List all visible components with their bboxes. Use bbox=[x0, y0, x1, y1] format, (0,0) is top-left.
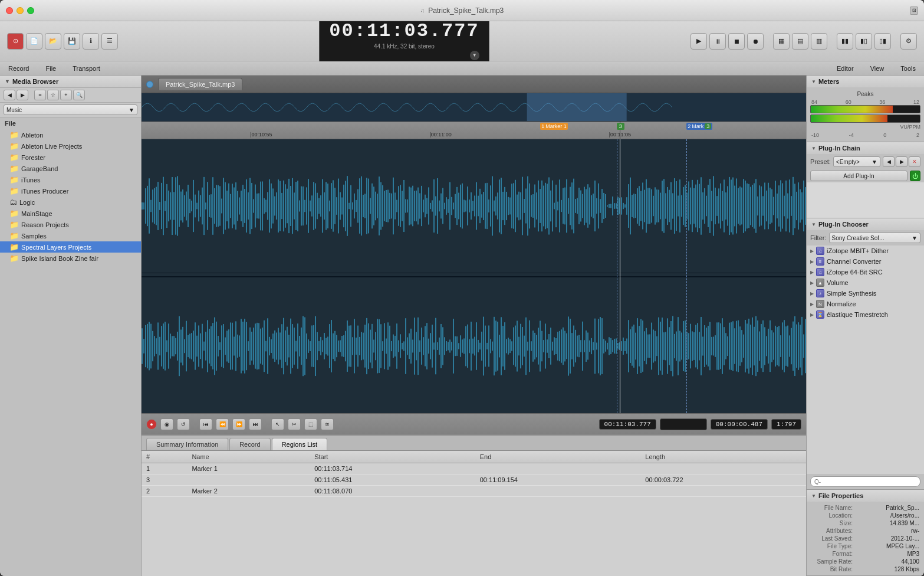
expand-button[interactable]: ▼ bbox=[470, 51, 479, 60]
info-button[interactable]: ℹ bbox=[83, 33, 99, 50]
footer-record2-btn[interactable]: ◉ bbox=[160, 418, 173, 430]
menu-file[interactable]: File bbox=[42, 64, 60, 73]
table-row[interactable]: 3 00:11:05.431 00:11:09.154 00:00:03.722 bbox=[142, 474, 806, 486]
sidebar-item-label: Reason Projects bbox=[21, 221, 69, 228]
meters-header: ▼ Meters bbox=[807, 76, 924, 87]
list-view-button[interactable]: ≡ bbox=[34, 90, 46, 100]
add-plugin-button[interactable]: Add Plug-In bbox=[810, 171, 907, 181]
plugin-chooser-title: Plug-In Chooser bbox=[818, 221, 869, 228]
footer-tool2-btn[interactable]: ⬚ bbox=[304, 418, 317, 430]
prop-lastsaved: Last Saved: 2012-10-... bbox=[811, 535, 919, 542]
tab-record[interactable]: Record bbox=[229, 438, 270, 450]
plugin-item-normalize[interactable]: ▶ N Normalize bbox=[807, 299, 924, 309]
search-sidebar-button[interactable]: 🔍 bbox=[73, 90, 85, 100]
sidebar-item-forester[interactable]: 📁 Forester bbox=[0, 152, 141, 163]
table-row[interactable]: 1 Marker 1 00:11:03.714 bbox=[142, 463, 806, 474]
sidebar-item-spectral[interactable]: 📁 Spectral Layers Projects bbox=[0, 241, 141, 253]
footer-tool3-btn[interactable]: ≋ bbox=[321, 418, 334, 430]
sidebar-item-ableton[interactable]: 📁 Ableton bbox=[0, 129, 141, 140]
nav-forward-button[interactable]: ▶ bbox=[17, 90, 28, 100]
menu-view[interactable]: View bbox=[867, 64, 888, 73]
sidebar-item-itunes-producer[interactable]: 📁 iTunes Producer bbox=[0, 185, 141, 197]
record-button[interactable]: ⊙ bbox=[7, 33, 24, 50]
new-button[interactable]: 📄 bbox=[26, 33, 42, 50]
plugin-item-volume[interactable]: ▶ ▲ Volume bbox=[807, 277, 924, 288]
view-btn2[interactable]: ▤ bbox=[792, 33, 808, 50]
music-selector[interactable]: Music ▼ bbox=[4, 104, 137, 115]
sidebar-item-itunes[interactable]: 📁 iTunes bbox=[0, 174, 141, 185]
prop-size-value: 14.839 M... bbox=[890, 520, 919, 526]
close-button[interactable] bbox=[6, 7, 13, 14]
sidebar-item-samples[interactable]: 📁 Samples bbox=[0, 230, 141, 241]
sidebar-item-ableton-live[interactable]: 📁 Ableton Live Projects bbox=[0, 140, 141, 152]
time-counter: 00:11:03.777 bbox=[329, 20, 479, 42]
play-button[interactable]: ▶ bbox=[690, 33, 707, 50]
view-btn3[interactable]: ▥ bbox=[811, 33, 827, 50]
minimize-button[interactable] bbox=[17, 7, 24, 14]
peaks-label: Peaks bbox=[810, 91, 920, 97]
footer-cursor-btn[interactable]: ↖ bbox=[271, 418, 284, 430]
nav-back-button[interactable]: ◀ bbox=[4, 90, 15, 100]
save-button[interactable]: 💾 bbox=[64, 33, 80, 50]
preset-next-btn[interactable]: ▶ bbox=[896, 156, 907, 167]
waveform-overview[interactable] bbox=[142, 93, 806, 122]
folder-icon: 📁 bbox=[9, 209, 19, 218]
sidebar-item-logic[interactable]: 🗂 Logic bbox=[0, 197, 141, 208]
footer-record-btn[interactable]: ● bbox=[146, 419, 157, 430]
maximize-button[interactable] bbox=[27, 7, 34, 14]
footer-tool1-btn[interactable]: ✂ bbox=[288, 418, 301, 430]
prop-location-label: Location: bbox=[811, 512, 853, 519]
sidebar-item-spike[interactable]: 📁 Spike Island Book Zine fair bbox=[0, 253, 141, 264]
col-header-length: Length bbox=[640, 451, 806, 463]
filter-select[interactable]: Sony Creative Sof... ▼ bbox=[829, 233, 921, 243]
open-button[interactable]: 📂 bbox=[45, 33, 61, 50]
preset-select[interactable]: <Empty> ▼ bbox=[833, 156, 880, 167]
stop-button[interactable]: ⏹ bbox=[728, 33, 745, 50]
play-pause-button[interactable]: ⏸ bbox=[709, 33, 726, 50]
table-row[interactable]: 2 Marker 2 00:11:08.070 bbox=[142, 486, 806, 497]
menu-transport[interactable]: Transport bbox=[69, 64, 104, 73]
tab-summary[interactable]: Summary Information bbox=[146, 438, 228, 450]
preset-close-btn[interactable]: ✕ bbox=[909, 156, 920, 167]
footer-fforward-btn[interactable]: ⏭ bbox=[249, 418, 262, 430]
record-transport-button[interactable]: ⏺ bbox=[747, 33, 764, 50]
sidebar-item-mainstage[interactable]: 📁 MainStage bbox=[0, 208, 141, 219]
plugin-icon-elastique: ⌛ bbox=[816, 310, 824, 319]
waveform-area[interactable] bbox=[142, 139, 806, 413]
search-input[interactable] bbox=[810, 476, 920, 487]
bottom-panel: Summary Information Record Regions List … bbox=[142, 434, 806, 576]
transport-bar: ⊙ 📄 📂 💾 ℹ ☰ 00:11:03.777 44.1 kHz, 32 bi… bbox=[0, 21, 924, 61]
panel-btn3[interactable]: ▯▮ bbox=[874, 33, 891, 50]
add-bookmark-button[interactable]: + bbox=[60, 90, 72, 100]
panel-btn1[interactable]: ▮▮ bbox=[837, 33, 853, 50]
extra-button[interactable]: ☰ bbox=[101, 33, 118, 50]
plugin-power-button[interactable]: ⏻ bbox=[910, 171, 920, 181]
sidebar-item-garageband[interactable]: 📁 GarageBand bbox=[0, 163, 141, 174]
tab-regions[interactable]: Regions List bbox=[272, 438, 328, 450]
sidebar-item-reason[interactable]: 📁 Reason Projects bbox=[0, 219, 141, 230]
plugin-item-channel[interactable]: ▶ ≡ Channel Converter bbox=[807, 256, 924, 267]
footer-loop-btn[interactable]: ↺ bbox=[177, 418, 190, 430]
plugin-item-synthesis[interactable]: ▶ ♪ Simple Synthesis bbox=[807, 288, 924, 299]
plugin-item-izotope-src[interactable]: ▶ ♫ iZotope 64-Bit SRC bbox=[807, 267, 924, 277]
track-indicator bbox=[146, 81, 153, 88]
plugin-label-izotope-mbit: iZotope MBIT+ Dither bbox=[827, 247, 889, 254]
footer-rewind-btn[interactable]: ⏪ bbox=[216, 418, 229, 430]
menu-record[interactable]: Record bbox=[5, 64, 32, 73]
main-playhead-line bbox=[620, 139, 620, 413]
file-properties-header: ▼ File Properties bbox=[807, 490, 924, 502]
menu-tools[interactable]: Tools bbox=[897, 64, 919, 73]
resize-button[interactable]: ⊡ bbox=[910, 6, 918, 15]
plugin-item-izotope-mbit[interactable]: ▶ ♫ iZotope MBIT+ Dither bbox=[807, 246, 924, 256]
view-btn1[interactable]: ▦ bbox=[773, 33, 790, 50]
preset-prev-btn[interactable]: ◀ bbox=[883, 156, 895, 167]
menu-editor[interactable]: Editor bbox=[833, 64, 857, 73]
transport-footer: ● ◉ ↺ ⏮ ⏪ ⏩ ⏭ ↖ ✂ ⬚ ≋ 00:11:03.777 00:00… bbox=[142, 413, 806, 434]
panel-btn2[interactable]: ▮▯ bbox=[856, 33, 872, 50]
settings-button[interactable]: ⚙ bbox=[900, 33, 917, 50]
footer-start-btn[interactable]: ⏮ bbox=[199, 418, 212, 430]
footer-play-btn[interactable]: ⏩ bbox=[232, 418, 245, 430]
plugin-item-elastique[interactable]: ▶ ⌛ élastique Timestretch bbox=[807, 309, 924, 320]
bookmark-button[interactable]: ☆ bbox=[47, 90, 59, 100]
track-tab[interactable]: Patrick_Spike_Talk.mp3 bbox=[158, 78, 242, 90]
